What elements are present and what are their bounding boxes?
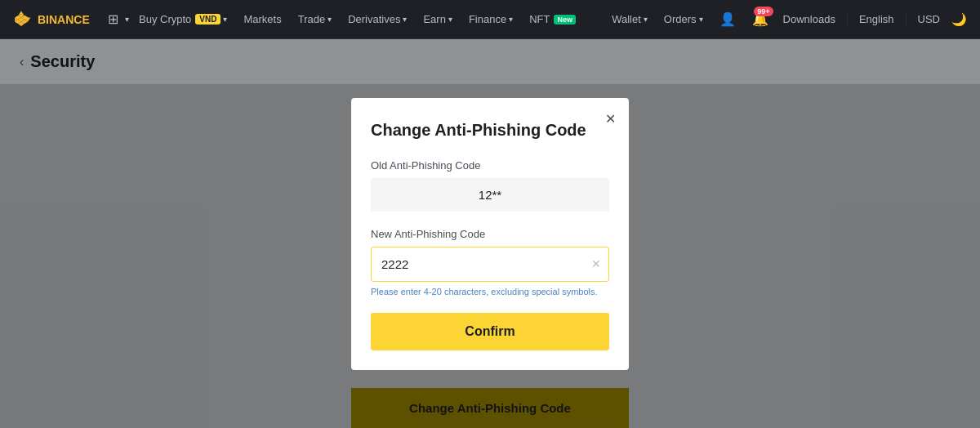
old-code-value: 12** <box>371 178 609 212</box>
modal-overlay: Change Anti-Phishing Code ✕ Old Anti-Phi… <box>0 39 980 428</box>
change-anti-phishing-modal: Change Anti-Phishing Code ✕ Old Anti-Phi… <box>351 98 629 370</box>
new-code-hint: Please enter 4-20 characters, excluding … <box>371 287 609 296</box>
trade-chevron: ▾ <box>327 15 332 24</box>
grid-icon[interactable]: ⊞ <box>105 8 122 30</box>
confirm-button[interactable]: Confirm <box>371 313 609 350</box>
language-selector[interactable]: English <box>854 10 899 29</box>
nft-new-badge: New <box>554 15 576 25</box>
downloads-nav[interactable]: Downloads <box>778 10 840 29</box>
notifications-wrapper: 🔔 99+ <box>746 8 775 30</box>
wallet-chevron: ▾ <box>644 15 648 24</box>
binance-logo-icon <box>10 8 33 31</box>
nft-nav[interactable]: NFT New <box>523 10 582 29</box>
new-code-label: New Anti-Phishing Code <box>371 228 609 240</box>
derivatives-chevron: ▾ <box>403 15 407 24</box>
notification-count-badge: 99+ <box>754 7 773 16</box>
new-code-input[interactable] <box>371 247 609 282</box>
modal-title: Change Anti-Phishing Code <box>371 121 609 140</box>
navbar: BINANCE ⊞ ▾ Buy Crypto VND ▾ Markets Tra… <box>0 0 980 39</box>
account-icon[interactable]: 👤 <box>713 8 742 30</box>
svg-text:BINANCE: BINANCE <box>38 13 90 26</box>
clear-input-icon[interactable]: ✕ <box>591 257 601 270</box>
navbar-divider-1 <box>847 13 848 26</box>
vnd-badge: VND <box>195 14 220 25</box>
finance-chevron: ▾ <box>509 15 513 24</box>
orders-nav[interactable]: Orders ▾ <box>657 10 710 29</box>
earn-chevron: ▾ <box>448 15 452 24</box>
wallet-nav[interactable]: Wallet ▾ <box>605 10 654 29</box>
new-code-field-wrapper: ✕ <box>371 247 609 282</box>
old-code-label: Old Anti-Phishing Code <box>371 159 609 172</box>
logo[interactable]: BINANCE <box>10 8 95 31</box>
earn-nav[interactable]: Earn ▾ <box>416 10 458 29</box>
derivatives-nav[interactable]: Derivatives ▾ <box>341 10 413 29</box>
navbar-divider-2 <box>906 13 906 26</box>
main-content: ‹ Security Change Anti-Phishing Code Cha… <box>0 39 980 428</box>
modal-close-button[interactable]: ✕ <box>605 111 616 127</box>
dark-mode-toggle-icon[interactable]: 🌙 <box>948 9 970 30</box>
grid-chevron-icon: ▾ <box>125 15 129 24</box>
trade-nav[interactable]: Trade ▾ <box>292 10 338 29</box>
binance-wordmark: BINANCE <box>38 11 95 28</box>
orders-chevron: ▾ <box>699 15 703 24</box>
currency-selector[interactable]: USD <box>913 10 945 29</box>
markets-nav[interactable]: Markets <box>237 10 287 29</box>
buy-crypto-nav[interactable]: Buy Crypto VND ▾ <box>132 10 234 29</box>
buy-crypto-chevron: ▾ <box>223 15 227 24</box>
navbar-right: Wallet ▾ Orders ▾ 👤 🔔 99+ Downloads Engl… <box>605 8 970 30</box>
finance-nav[interactable]: Finance ▾ <box>462 10 519 29</box>
